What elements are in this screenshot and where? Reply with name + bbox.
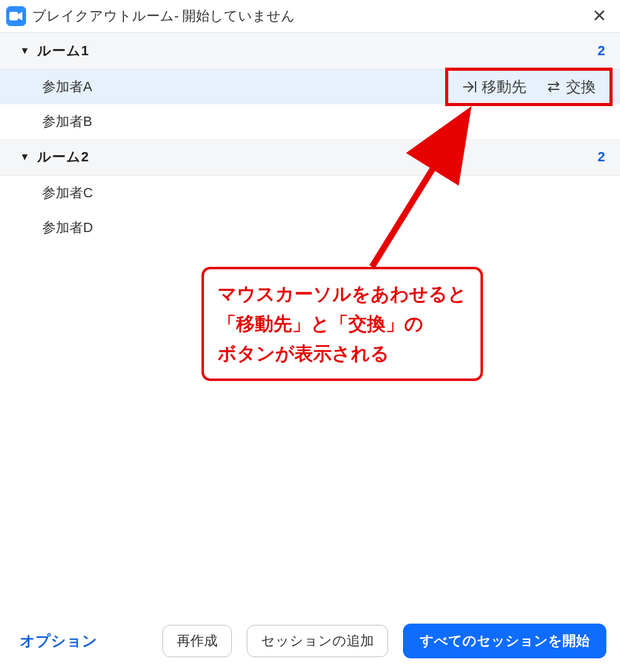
room-count: 2 [598, 149, 605, 165]
room-name: ルーム1 [37, 42, 598, 60]
titlebar: ブレイクアウトルーム- 開始していません ✕ [0, 0, 620, 33]
annotation-callout: マウスカーソルをあわせると 「移動先」と「交換」の ボタンが表示される [202, 267, 483, 381]
options-link[interactable]: オプション [20, 631, 97, 651]
hover-actions-highlight: 移動先 交換 [445, 68, 613, 106]
participant-row[interactable]: 参加者B [0, 104, 620, 139]
exchange-label: 交換 [566, 77, 596, 97]
rooms-list: ▼ ルーム1 2 参加者A 移動先 交換 参加者B [0, 33, 620, 245]
participant-row[interactable]: 参加者D [0, 210, 620, 245]
chevron-down-icon: ▼ [20, 45, 30, 56]
zoom-app-icon [6, 6, 26, 26]
footer: オプション 再作成 セッションの追加 すべてのセッションを開始 [0, 612, 620, 672]
participant-name: 参加者C [42, 184, 605, 202]
svg-rect-0 [9, 12, 18, 20]
participant-row[interactable]: 参加者A 移動先 交換 [0, 69, 620, 104]
participant-name: 参加者D [42, 218, 605, 237]
participant-name: 参加者B [42, 112, 605, 131]
exchange-icon [546, 80, 561, 94]
room-name: ルーム2 [37, 148, 598, 166]
recreate-button[interactable]: 再作成 [162, 625, 232, 657]
move-to-icon [462, 80, 477, 94]
participant-row[interactable]: 参加者C [0, 176, 620, 210]
annotation-line: ボタンが表示される [218, 339, 467, 369]
chevron-down-icon: ▼ [20, 151, 30, 163]
room-header[interactable]: ▼ ルーム1 2 [0, 33, 620, 69]
close-icon[interactable]: ✕ [588, 7, 610, 25]
exchange-button[interactable]: 交換 [546, 77, 596, 97]
add-session-button[interactable]: セッションの追加 [247, 625, 388, 657]
move-to-label: 移動先 [482, 77, 526, 97]
room-count: 2 [598, 43, 605, 59]
annotation-line: 「移動先」と「交換」の [218, 309, 467, 339]
annotation-line: マウスカーソルをあわせると [218, 279, 467, 309]
start-all-sessions-button[interactable]: すべてのセッションを開始 [403, 624, 606, 658]
window-title: ブレイクアウトルーム- 開始していません [32, 7, 588, 25]
room-header[interactable]: ▼ ルーム2 2 [0, 139, 620, 176]
move-to-button[interactable]: 移動先 [462, 77, 526, 97]
